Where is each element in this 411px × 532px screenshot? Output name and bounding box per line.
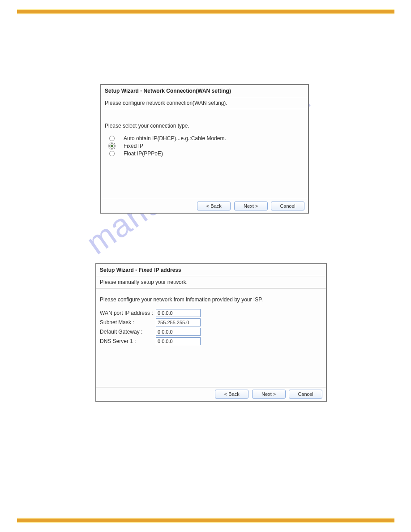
dialog-footer: < Back Next > Cancel xyxy=(101,199,308,213)
back-button[interactable]: < Back xyxy=(215,390,248,399)
radio-label: Fixed IP xyxy=(124,143,143,149)
radio-icon[interactable] xyxy=(109,143,115,149)
dns-server-input[interactable] xyxy=(156,337,201,345)
radio-row-dhcp[interactable]: Auto obtain IP(DHCP)...e.g.:Cable Modem. xyxy=(109,135,304,142)
page-bottom-border xyxy=(17,518,394,523)
dialog-title: Setup Wizard - Network Connection(WAN se… xyxy=(101,85,308,97)
dialog-body: Please configure your network from infom… xyxy=(96,288,326,387)
dialog-subtitle: Please manually setup your network. xyxy=(96,276,326,288)
form-row-wan-ip: WAN port IP address : xyxy=(100,309,322,317)
form-row-subnet-mask: Subnet Mask : xyxy=(100,318,322,326)
dialog-footer: < Back Next > Cancel xyxy=(96,387,326,401)
dialog-subtitle: Please configure network connection(WAN … xyxy=(101,97,308,109)
default-gateway-input[interactable] xyxy=(156,328,201,336)
cancel-button[interactable]: Cancel xyxy=(289,390,322,399)
radio-icon[interactable] xyxy=(109,136,115,141)
field-label: WAN port IP address : xyxy=(100,310,156,316)
radio-label: Float IP(PPPoE) xyxy=(124,150,163,157)
wizard-dialog-fixed-ip: Setup Wizard - Fixed IP address Please m… xyxy=(95,263,327,402)
form-row-dns-server: DNS Server 1 : xyxy=(100,337,322,345)
page-top-border xyxy=(17,9,394,14)
field-label: Subnet Mask : xyxy=(100,319,156,326)
wizard-dialog-wan: Setup Wizard - Network Connection(WAN se… xyxy=(100,84,309,214)
radio-icon[interactable] xyxy=(109,151,115,156)
next-button[interactable]: Next > xyxy=(234,202,268,210)
radio-label: Auto obtain IP(DHCP)...e.g.:Cable Modem. xyxy=(124,135,226,142)
dialog-title: Setup Wizard - Fixed IP address xyxy=(96,264,326,276)
field-label: DNS Server 1 : xyxy=(100,338,156,344)
prompt-text: Please select your connection type. xyxy=(105,123,304,129)
next-button[interactable]: Next > xyxy=(252,390,286,399)
content-area: manualshive.com Setup Wizard - Network C… xyxy=(17,18,394,511)
radio-row-fixed-ip[interactable]: Fixed IP xyxy=(109,143,304,149)
field-label: Default Gateway : xyxy=(100,329,156,335)
dialog-body: Please select your connection type. Auto… xyxy=(101,109,308,199)
subnet-mask-input[interactable] xyxy=(156,318,201,326)
radio-row-pppoe[interactable]: Float IP(PPPoE) xyxy=(109,150,304,157)
wan-ip-input[interactable] xyxy=(156,309,201,317)
prompt-text: Please configure your network from infom… xyxy=(100,296,322,303)
form-row-default-gateway: Default Gateway : xyxy=(100,328,322,336)
back-button[interactable]: < Back xyxy=(197,202,231,210)
cancel-button[interactable]: Cancel xyxy=(271,202,304,210)
